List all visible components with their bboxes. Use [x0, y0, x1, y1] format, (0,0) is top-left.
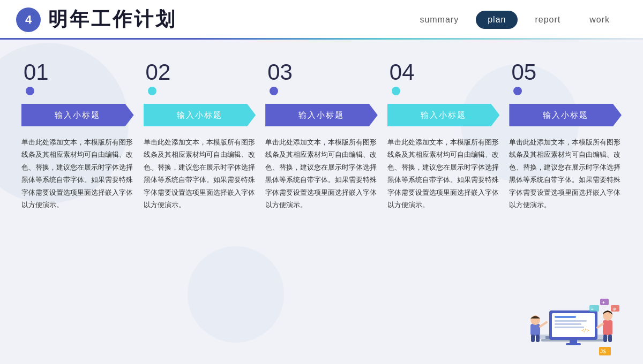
svg-rect-27: [603, 335, 607, 342]
svg-text:⊕: ⊕: [612, 307, 616, 312]
column-4: 04 输入小标题 单击此处添加文本，本模版所有图形线条及其相应素材均可自由编辑、…: [387, 61, 500, 211]
col-1-subtitle: 输入小标题: [55, 110, 100, 120]
svg-rect-15: [555, 327, 584, 328]
col-3-subtitle: 输入小标题: [298, 110, 344, 120]
illustration-svg: </> JS ≡ ✦ ⊕: [520, 284, 627, 359]
col-3-dot: [270, 87, 278, 95]
col-3-number: 03: [265, 61, 293, 84]
header: 4 明年工作计划 summary plan report work: [0, 0, 643, 38]
page-title: 明年工作计划: [48, 6, 177, 33]
col-5-text: 单击此处添加文本，本模版所有图形线条及其相应素材均可自由编辑、改色、替换，建议您…: [509, 136, 622, 211]
svg-line-21: [540, 322, 547, 327]
svg-text:≡: ≡: [591, 307, 594, 312]
col-2-subtitle: 输入小标题: [177, 110, 222, 120]
svg-rect-23: [536, 335, 540, 342]
col-5-banner: 输入小标题: [509, 104, 622, 126]
col-1-banner: 输入小标题: [21, 104, 134, 126]
col-4-text: 单击此处添加文本，本模版所有图形线条及其相应素材均可自由编辑、改色、替换，建议您…: [387, 136, 500, 211]
col-2-banner: 输入小标题: [144, 104, 256, 126]
svg-rect-22: [531, 335, 535, 342]
col-2-text: 单击此处添加文本，本模版所有图形线条及其相应素材均可自由编辑、改色、替换，建议您…: [144, 136, 256, 211]
top-navigation: summary plan report work: [408, 11, 622, 29]
svg-rect-28: [608, 335, 612, 342]
column-2: 02 输入小标题 单击此处添加文本，本模版所有图形线条及其相应素材均可自由编辑、…: [144, 61, 256, 211]
svg-line-26: [597, 324, 603, 328]
col-3-banner: 输入小标题: [265, 104, 378, 126]
col-1-dot: [26, 87, 34, 95]
svg-rect-19: [530, 324, 540, 336]
col-1-text: 单击此处添加文本，本模版所有图形线条及其相应素材均可自由编辑、改色、替换，建议您…: [21, 136, 134, 211]
column-3: 03 输入小标题 单击此处添加文本，本模版所有图形线条及其相应素材均可自由编辑、…: [265, 61, 378, 211]
header-divider: [0, 38, 643, 40]
col-2-number: 02: [144, 61, 171, 84]
svg-rect-12: [555, 316, 576, 318]
header-left: 4 明年工作计划: [16, 6, 177, 33]
main-content: 01 输入小标题 单击此处添加文本，本模版所有图形线条及其相应素材均可自由编辑、…: [0, 40, 643, 222]
col-4-subtitle: 输入小标题: [421, 110, 466, 120]
col-4-number: 04: [387, 61, 415, 84]
col-5-number: 05: [509, 61, 536, 84]
col-5-dot: [513, 87, 522, 95]
svg-text:</>: </>: [581, 328, 589, 333]
svg-rect-24: [603, 320, 612, 335]
col-4-banner: 输入小标题: [387, 104, 500, 126]
nav-item-work[interactable]: work: [578, 11, 622, 29]
nav-item-report[interactable]: report: [523, 11, 572, 29]
col-1-number: 01: [21, 61, 49, 84]
svg-rect-18: [566, 343, 581, 345]
svg-rect-17: [570, 340, 577, 343]
column-5: 05 输入小标题 单击此处添加文本，本模版所有图形线条及其相应素材均可自由编辑、…: [509, 61, 622, 211]
svg-rect-14: [555, 323, 581, 325]
svg-rect-13: [555, 320, 587, 322]
col-3-text: 单击此处添加文本，本模版所有图形线条及其相应素材均可自由编辑、改色、替换，建议您…: [265, 136, 378, 211]
col-4-dot: [392, 87, 400, 95]
col-2-dot: [148, 87, 156, 95]
bg-decoration-circle-3: [188, 246, 284, 343]
nav-item-plan[interactable]: plan: [476, 11, 518, 29]
nav-item-summary[interactable]: summary: [408, 11, 470, 29]
page-number-badge: 4: [16, 7, 41, 32]
svg-rect-2: [545, 336, 550, 339]
col-5-subtitle: 输入小标题: [543, 110, 588, 120]
svg-text:JS: JS: [600, 349, 606, 354]
svg-text:✦: ✦: [602, 300, 605, 305]
bottom-illustration: </> JS ≡ ✦ ⊕: [520, 284, 627, 359]
content-columns: 01 输入小标题 单击此处添加文本，本模版所有图形线条及其相应素材均可自由编辑、…: [21, 61, 622, 211]
column-1: 01 输入小标题 单击此处添加文本，本模版所有图形线条及其相应素材均可自由编辑、…: [21, 61, 134, 211]
